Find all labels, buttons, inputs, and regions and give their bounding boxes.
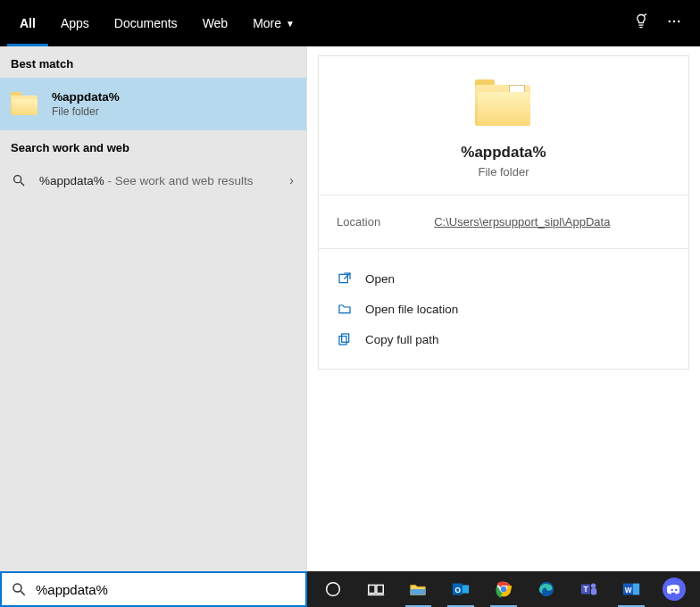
search-box[interactable] — [0, 571, 307, 607]
taskbar-discord[interactable] — [654, 571, 695, 607]
taskbar-cortana[interactable] — [312, 571, 354, 607]
action-open-location[interactable]: Open file location — [328, 294, 679, 324]
svg-rect-17 — [462, 585, 469, 593]
copy-icon — [337, 331, 353, 347]
svg-point-3 — [14, 176, 21, 183]
results-panel: Best match %appdata% File folder Search … — [0, 46, 307, 571]
svg-rect-27 — [633, 584, 639, 595]
preview-subtitle: File folder — [478, 165, 529, 179]
taskbar-edge[interactable] — [526, 571, 567, 607]
feedback-icon[interactable] — [632, 12, 650, 35]
result-subtitle: File folder — [52, 105, 120, 118]
best-match-result[interactable]: %appdata% File folder — [0, 78, 306, 130]
svg-point-19 — [501, 586, 506, 592]
search-icon — [11, 581, 27, 597]
svg-point-23 — [590, 584, 596, 589]
open-icon — [337, 270, 353, 287]
svg-point-29 — [675, 589, 677, 591]
action-copy-path[interactable]: Copy full path — [328, 324, 679, 354]
taskbar-taskview[interactable] — [355, 571, 396, 607]
taskbar-word[interactable]: W — [611, 571, 652, 607]
taskbar-explorer[interactable] — [398, 571, 439, 607]
svg-point-28 — [671, 589, 673, 591]
tab-more-label: More — [253, 16, 281, 30]
web-result[interactable]: %appdata% - See work and web results › — [0, 162, 306, 199]
folder-outline-icon — [337, 301, 353, 317]
svg-point-8 — [13, 584, 21, 592]
svg-rect-5 — [339, 274, 347, 282]
svg-rect-7 — [339, 337, 346, 345]
svg-rect-24 — [590, 588, 596, 595]
more-icon[interactable] — [666, 13, 682, 34]
tab-all[interactable]: All — [7, 0, 48, 46]
svg-rect-11 — [368, 585, 374, 593]
action-open-label: Open — [365, 272, 395, 286]
tab-more[interactable]: More ▼ — [240, 0, 307, 46]
action-open[interactable]: Open — [328, 263, 679, 294]
svg-rect-12 — [377, 585, 383, 593]
folder-icon — [11, 92, 39, 117]
action-open-location-label: Open file location — [365, 303, 458, 316]
result-title: %appdata% — [52, 90, 120, 104]
search-icon — [11, 172, 27, 188]
svg-line-4 — [21, 182, 24, 186]
chevron-down-icon: ▼ — [286, 19, 295, 29]
taskbar-teams[interactable]: T — [569, 571, 610, 607]
svg-point-10 — [327, 583, 340, 596]
preview-panel: %appdata% File folder Location C:\Users\… — [307, 46, 700, 571]
svg-rect-6 — [342, 334, 349, 342]
taskbar-chrome[interactable] — [483, 571, 524, 607]
preview-title: %appdata% — [461, 144, 546, 162]
svg-line-9 — [21, 591, 25, 595]
action-copy-path-label: Copy full path — [365, 333, 439, 346]
taskbar-outlook[interactable]: O — [440, 571, 481, 607]
search-tabs: All Apps Documents Web More ▼ — [0, 0, 700, 46]
tab-web[interactable]: Web — [190, 0, 241, 46]
svg-point-0 — [669, 20, 671, 21]
svg-point-1 — [673, 20, 675, 21]
web-result-text: %appdata% - See work and web results — [39, 174, 253, 187]
location-label: Location — [337, 215, 380, 229]
svg-point-2 — [678, 20, 679, 21]
svg-text:W: W — [625, 586, 632, 595]
discord-icon — [662, 578, 686, 601]
svg-rect-14 — [411, 589, 426, 595]
work-web-label: Search work and web — [0, 130, 306, 162]
svg-text:T: T — [583, 586, 588, 594]
tab-documents[interactable]: Documents — [102, 0, 190, 46]
best-match-label: Best match — [0, 46, 306, 78]
location-path[interactable]: C:\Users\erpsupport_sipl\AppData — [434, 215, 610, 229]
tab-apps[interactable]: Apps — [48, 0, 102, 46]
chevron-right-icon: › — [289, 173, 294, 187]
taskbar: O T W — [307, 571, 700, 607]
search-input[interactable] — [36, 582, 296, 597]
svg-text:O: O — [455, 586, 462, 595]
folder-icon — [475, 79, 532, 128]
